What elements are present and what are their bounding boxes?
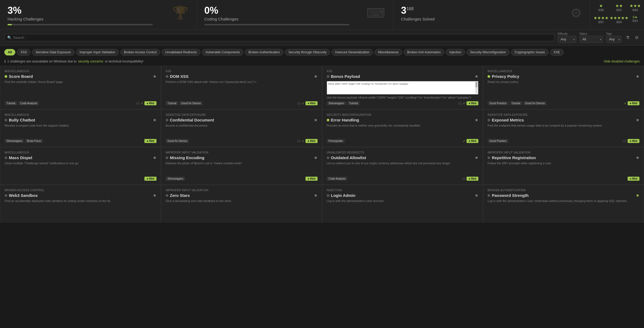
- card-tag: Prerequisite: [327, 139, 345, 143]
- hint-button[interactable]: ● Hint: [467, 101, 478, 105]
- code-icon[interactable]: ⟨/⟩: [297, 139, 301, 143]
- status-select-wrap: Status All Solved Unsolved: [579, 32, 603, 43]
- star-button[interactable]: ★: [153, 74, 156, 79]
- tag-pill-broken-anti-automation[interactable]: Broken Anti Automation: [404, 49, 444, 55]
- tag-pill-broken-access-control[interactable]: Broken Access Control: [120, 49, 160, 55]
- hint-button[interactable]: ● Hint: [467, 139, 478, 143]
- star-button[interactable]: ★: [153, 155, 156, 160]
- star-button[interactable]: ★: [636, 193, 639, 198]
- filter-button[interactable]: ⚗: [625, 34, 631, 41]
- tag-pill-insecure-deserialization[interactable]: Insecure Deserialization: [332, 49, 373, 55]
- card-title: Error Handling: [327, 118, 359, 122]
- status-dot: [488, 156, 490, 159]
- hint-button[interactable]: ● Hint: [305, 101, 317, 105]
- code-icon[interactable]: ⟨/⟩: [458, 102, 462, 105]
- tag-pill-miscellaneous[interactable]: Miscellaneous: [375, 49, 402, 55]
- tag-pill-broken-authentication[interactable]: Broken Authentication: [245, 49, 283, 55]
- search-input[interactable]: [13, 36, 552, 40]
- card-tag: Brute Force: [25, 139, 43, 143]
- hide-disabled-link[interactable]: Hide disabled challenges: [604, 60, 640, 63]
- star-button[interactable]: ★: [636, 155, 639, 160]
- status-dot: [5, 156, 7, 159]
- star-button[interactable]: ★: [314, 117, 318, 123]
- hacking-stat: 3% Hacking Challenges 🏆: [0, 0, 197, 29]
- hint-button[interactable]: ● Hint: [628, 177, 639, 181]
- difficulty-select[interactable]: Any ★ ★★ ★★★: [558, 36, 576, 43]
- tag-pill-xss[interactable]: XSS: [17, 49, 30, 55]
- card-actions: ● Hint: [305, 177, 317, 181]
- status-select[interactable]: All Solved Unsolved: [579, 36, 603, 43]
- hint-button[interactable]: ● Hint: [628, 101, 639, 105]
- star-button[interactable]: ★: [475, 193, 478, 198]
- card-tags: ● Hint: [5, 177, 156, 181]
- card-title: Repetitive Registration: [488, 155, 536, 160]
- search-icon: 🔍: [7, 36, 12, 40]
- settings-button[interactable]: ⚙: [634, 34, 640, 41]
- code-icon[interactable]: ⟨/⟩: [136, 102, 140, 105]
- hint-button[interactable]: ● Hint: [305, 139, 317, 143]
- tag-pill-vulnerable-components[interactable]: Vulnerable Components: [202, 49, 243, 55]
- check-icon[interactable]: ✓: [302, 139, 304, 143]
- solved-label: Challenges Solved: [401, 17, 582, 21]
- tag-pill-injection[interactable]: Injection: [446, 49, 465, 55]
- card-actions: ⟨/⟩✓● Hint: [136, 101, 156, 105]
- card-tag: Tutorial: [347, 101, 360, 105]
- check-icon[interactable]: ✓: [463, 102, 465, 105]
- hint-button[interactable]: ● Hint: [628, 139, 639, 143]
- hint-button[interactable]: ● Hint: [144, 177, 156, 181]
- card-tag: Good for Demos: [523, 101, 547, 105]
- card-title: Bonus Payload: [327, 74, 360, 79]
- code-icon[interactable]: ⟨/⟩: [462, 177, 465, 181]
- tag-pill-cryptographic-issues[interactable]: Cryptographic Issues: [511, 49, 549, 55]
- tags-select[interactable]: Any: [606, 36, 621, 43]
- star-button[interactable]: ★: [636, 117, 639, 123]
- card-category: Miscellaneous: [5, 151, 156, 154]
- check-icon[interactable]: ✓: [141, 102, 143, 105]
- hint-button[interactable]: ● Hint: [467, 177, 478, 181]
- check-icon[interactable]: ✓: [463, 139, 465, 143]
- card-title: Privacy Policy: [488, 74, 519, 79]
- tag-pill-sensitive-data-exposure[interactable]: Sensitive Data Exposure: [32, 49, 74, 55]
- code-icon[interactable]: ⟨/⟩: [623, 139, 626, 143]
- tag-pill-security-misconfiguration[interactable]: Security Misconfiguration: [467, 49, 510, 55]
- star-button[interactable]: ★: [475, 74, 478, 79]
- tag-pill-all[interactable]: All: [4, 49, 15, 55]
- card-desc: Give a devastating zero-star feedback to…: [166, 199, 318, 217]
- check-icon[interactable]: ✓: [624, 102, 627, 105]
- card-tag: Shenanigans: [166, 177, 185, 181]
- tag-pill-security-through-obscurity[interactable]: Security through Obscurity: [285, 49, 330, 55]
- code-icon[interactable]: ⟨/⟩: [297, 102, 301, 105]
- star-button[interactable]: ★: [314, 74, 318, 79]
- card-title-row: Bully Chatbot★: [5, 117, 156, 123]
- challenge-card: Improper Input ValidationMissing Encodin…: [161, 147, 322, 185]
- card-title: Zero Stars: [166, 193, 190, 198]
- card-category: XSS: [327, 70, 479, 73]
- card-tags: ShenanigansBrute Force● Hint: [5, 139, 156, 143]
- card-tag: Tutorial: [5, 101, 17, 105]
- tag-pill-improper-input-validation[interactable]: Improper Input Validation: [76, 49, 119, 55]
- star-button[interactable]: ★: [153, 117, 156, 123]
- check-icon[interactable]: ✓: [302, 102, 304, 105]
- card-category: Injection: [327, 189, 479, 192]
- hint-button[interactable]: ● Hint: [144, 139, 156, 143]
- star-button[interactable]: ★: [475, 155, 478, 160]
- hint-button[interactable]: ● Hint: [305, 177, 317, 181]
- card-actions: ⟨/⟩● Hint: [462, 177, 479, 181]
- security-concerns-link[interactable]: security concerns: [78, 60, 103, 63]
- card-title-row: Mass Dispel★: [5, 155, 156, 160]
- star-button[interactable]: ★: [314, 155, 318, 160]
- star-button[interactable]: ★: [153, 193, 156, 198]
- status-dot: [327, 194, 329, 197]
- tag-pill-xxe[interactable]: XXE: [550, 49, 564, 55]
- status-dot: [5, 194, 7, 197]
- tag-pill-unvalidated-redirects[interactable]: Unvalidated Redirects: [162, 49, 200, 55]
- hint-button[interactable]: ● Hint: [144, 101, 156, 105]
- search-wrap[interactable]: 🔍: [4, 34, 554, 41]
- status-dot: [327, 119, 329, 121]
- coding-stat: 0% Coding Challenges ⌨: [197, 0, 394, 29]
- star-button[interactable]: ★: [636, 74, 639, 79]
- star-button[interactable]: ★: [475, 117, 478, 123]
- card-desc: Retrieve the photo of Bjoern's cat in "m…: [166, 161, 318, 175]
- notice-left: ℹ 1 challenges are unavailable on Window…: [4, 59, 143, 64]
- star-button[interactable]: ★: [314, 193, 318, 198]
